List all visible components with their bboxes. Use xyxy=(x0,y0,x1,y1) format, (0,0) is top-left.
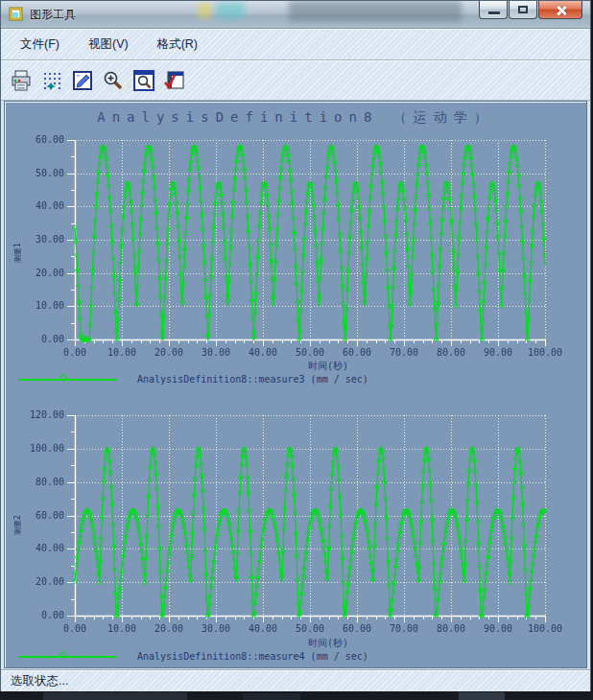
statusbar: 选取状态... xyxy=(1,669,590,691)
point-display-icon xyxy=(40,69,63,92)
titlebar-glass-reflection xyxy=(198,3,211,18)
screen: 图形工具 文件(F) 视图(V) 格式(R) xyxy=(0,0,593,700)
window-title: 图形工具 xyxy=(30,7,76,23)
diamond-marker-icon xyxy=(59,651,67,659)
legend-bottom-chart: AnalysisDefinition8::measure4 (mm / sec) xyxy=(5,649,586,664)
refit-view-icon xyxy=(132,69,155,92)
maximize-button[interactable] xyxy=(509,1,537,19)
x-axis-label-top-chart: 时间(秒) xyxy=(5,361,586,372)
taskbar-segment xyxy=(459,692,505,700)
point-display-button[interactable] xyxy=(37,66,66,95)
maximize-icon xyxy=(518,6,528,13)
edit-plot-icon xyxy=(71,69,94,92)
legend-top-chart: AnalysisDefinition8::measure3 (mm / sec) xyxy=(5,372,586,386)
refit-view-button[interactable] xyxy=(130,66,158,95)
zoom-in-button[interactable] xyxy=(99,66,128,95)
y-axis-label-bottom-chart: 测量2 xyxy=(12,515,23,535)
zoom-in-icon xyxy=(102,69,125,92)
legend-text-bottom-chart: AnalysisDefinition8::measure4 (mm / sec) xyxy=(137,651,368,662)
status-text: 选取状态... xyxy=(11,673,68,689)
edit-plot-button[interactable] xyxy=(68,66,97,95)
diamond-marker-icon xyxy=(59,374,67,382)
menu-item-file[interactable]: 文件(F) xyxy=(16,35,63,55)
menubar: 文件(F) 视图(V) 格式(R) xyxy=(1,29,590,60)
bottom-chart[interactable] xyxy=(7,408,582,638)
legend-line-sample xyxy=(18,656,116,658)
taskbar-segment xyxy=(243,693,300,700)
export-check-button[interactable] xyxy=(160,66,189,95)
app-icon xyxy=(9,7,24,22)
close-icon xyxy=(556,5,567,16)
chart-title: AnalysisDefinition8 （运动学） xyxy=(5,109,586,132)
taskbar-strip[interactable] xyxy=(0,691,593,700)
x-axis-label-bottom-chart: 时间(秒) xyxy=(5,638,586,649)
legend-text-top-chart: AnalysisDefinition8::measure3 (mm / sec) xyxy=(137,374,368,385)
titlebar-glass-reflection xyxy=(216,2,245,19)
window-controls xyxy=(478,1,582,19)
print-icon xyxy=(10,69,33,92)
y-axis-label-top-chart: 测量1 xyxy=(12,243,23,263)
taskbar-segment xyxy=(43,692,187,700)
menu-item-view[interactable]: 视图(V) xyxy=(84,35,132,55)
top-chart[interactable] xyxy=(7,132,582,361)
titlebar-glass-reflection xyxy=(289,1,462,22)
titlebar[interactable]: 图形工具 xyxy=(1,1,590,29)
toolbar xyxy=(1,60,590,101)
export-check-icon xyxy=(163,69,186,92)
print-button[interactable] xyxy=(7,66,36,95)
close-button[interactable] xyxy=(538,1,582,19)
minimize-icon xyxy=(488,12,500,14)
menu-item-format[interactable]: 格式(R) xyxy=(154,35,202,55)
graph-panel: AnalysisDefinition8 （运动学） 测量1 时间(秒) Anal… xyxy=(4,101,587,668)
graph-tool-window: 图形工具 文件(F) 视图(V) 格式(R) xyxy=(0,0,591,691)
minimize-button[interactable] xyxy=(479,1,508,19)
legend-line-sample xyxy=(18,379,116,381)
